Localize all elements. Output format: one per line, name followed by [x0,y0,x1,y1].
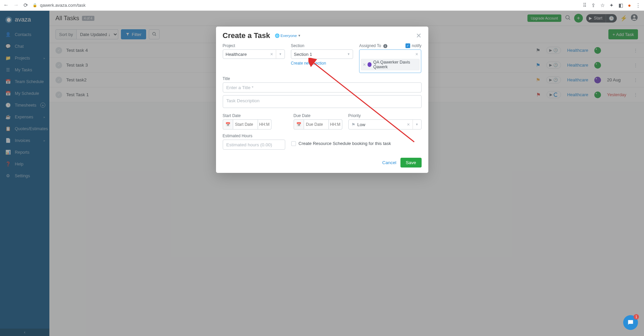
clear-icon[interactable]: ✕ [407,122,410,127]
hours-label: Estimated Hours [223,134,285,138]
browser-nav: ← → ⟳ [3,2,28,8]
title-input[interactable] [223,82,422,92]
title-label: Title [223,76,422,81]
calendar-icon[interactable]: 📅 [223,119,233,129]
clear-icon[interactable]: ✕ [270,52,273,57]
section-select[interactable]: Section 1 ▼ [291,49,353,59]
url-text: qawerk.avaza.com/task [40,3,86,8]
back-icon[interactable]: ← [3,2,9,8]
due-time-input[interactable] [329,119,342,129]
estimated-hours-input[interactable] [223,140,285,150]
create-booking-checkbox[interactable] [291,141,296,146]
globe-icon: 🌐 [275,33,280,38]
cancel-button[interactable]: Cancel [382,160,396,165]
info-icon[interactable]: i [383,44,387,48]
bookmark-icon[interactable]: ☆ [600,2,605,8]
start-date-input[interactable] [233,119,258,129]
extensions-icon[interactable]: ✦ [609,2,614,8]
chevron-down-icon: ▼ [344,50,350,59]
chat-badge: 1 [634,314,639,320]
create-task-modal: Create a Task 🌐 Everyone ▼ ✕ Project Hea… [216,27,428,173]
chevron-down-icon: ▼ [276,50,282,59]
remove-chip-icon[interactable]: ✕ [363,63,366,67]
create-booking-text: Create Resource Schedule booking for thi… [299,141,391,146]
share-icon[interactable]: ⇪ [591,2,596,8]
forward-icon[interactable]: → [13,2,19,8]
flag-icon: ⚑ [351,122,355,127]
assignee-chip: ✕ QA Qawerker Davis Qawerk [361,59,420,70]
priority-select[interactable]: ⚑ Low ✕ ▼ [348,119,422,129]
chevron-down-icon: ▼ [413,120,419,129]
translate-icon[interactable]: ⠿ [583,2,587,8]
section-label: Section [291,43,353,48]
panel-icon[interactable]: ◧ [618,2,623,8]
clear-icon[interactable]: ✕ [413,52,420,57]
save-button[interactable]: Save [400,158,422,167]
lock-icon: 🔒 [33,3,37,7]
chevron-down-icon: ▼ [298,34,301,37]
project-label: Project [223,43,285,48]
description-input[interactable] [223,95,422,108]
url-bar[interactable]: 🔒 qawerk.avaza.com/task [33,3,578,8]
close-icon[interactable]: ✕ [416,32,422,40]
start-date-label: Start Date [223,113,271,118]
browser-actions: ⠿ ⇪ ☆ ✦ ◧ ● ⋮ [583,2,641,8]
assigned-input[interactable] [360,50,413,58]
assigned-to-field[interactable]: ✕ ✕ QA Qawerker Davis Qawerk [359,49,421,73]
chip-avatar-icon [368,62,372,67]
project-select[interactable]: Healthcare ✕ ▼ [223,49,285,59]
notify-checkbox[interactable]: ✓ [405,43,410,48]
priority-label: Priority [348,113,422,118]
assigned-label: Assigned To i ✓ notify [359,43,421,48]
calendar-icon[interactable]: 📅 [294,119,304,129]
create-section-link[interactable]: Create new Section [291,61,326,66]
reload-icon[interactable]: ⟳ [24,2,28,8]
menu-icon[interactable]: ⋮ [636,2,641,8]
modal-title: Create a Task [223,31,270,40]
browser-bar: ← → ⟳ 🔒 qawerk.avaza.com/task ⠿ ⇪ ☆ ✦ ◧ … [0,0,644,11]
profile-icon[interactable]: ● [628,2,631,8]
chat-widget[interactable]: 1 [623,315,638,330]
due-date-label: Due Date [294,113,342,118]
start-time-input[interactable] [258,119,271,129]
visibility-select[interactable]: 🌐 Everyone ▼ [275,33,301,38]
due-date-input[interactable] [304,119,329,129]
